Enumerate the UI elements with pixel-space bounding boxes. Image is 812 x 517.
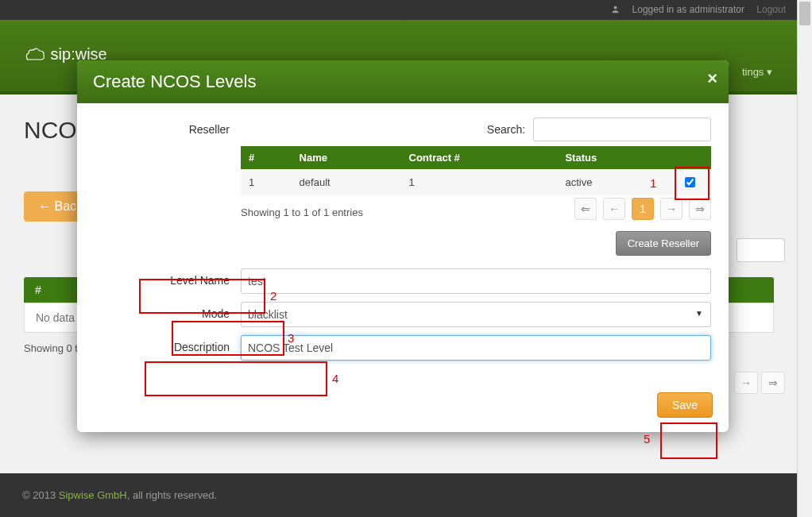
logout-link[interactable]: Logout xyxy=(756,4,786,15)
topbar: Logged in as administrator Logout xyxy=(0,0,798,20)
mode-row: Mode blacklist xyxy=(95,302,711,327)
modal-create-ncos: Create NCOS Levels × Reseller Search: # … xyxy=(77,60,729,432)
bg-pager-next[interactable]: → xyxy=(734,372,758,394)
pager: ⇐ ← 1 → ⇒ xyxy=(571,198,711,220)
description-input[interactable] xyxy=(241,335,711,361)
description-label: Description xyxy=(95,335,241,353)
nav-settings-fragment[interactable]: tings ▾ xyxy=(742,66,772,78)
modal-title: Create NCOS Levels xyxy=(93,71,256,91)
mode-select[interactable]: blacklist xyxy=(241,302,711,327)
footer-company-link[interactable]: Sipwise GmbH xyxy=(59,489,127,501)
svg-point-0 xyxy=(614,6,617,9)
modal-footer: Save xyxy=(77,383,729,432)
search-input[interactable] xyxy=(533,118,711,141)
mode-label: Mode xyxy=(95,302,241,320)
pager-prev[interactable]: ← xyxy=(603,198,625,220)
bg-pager-last[interactable]: ⇒ xyxy=(761,372,785,394)
close-icon[interactable]: × xyxy=(707,68,717,89)
description-row: Description xyxy=(95,335,711,361)
bg-search-fragment xyxy=(737,238,785,262)
th-status[interactable]: Status xyxy=(557,146,668,169)
cell-status: active xyxy=(557,169,668,195)
modal-header: Create NCOS Levels × xyxy=(77,60,729,103)
search-label: Search: xyxy=(487,123,525,136)
th-contract[interactable]: Contract # xyxy=(401,146,558,169)
pager-next[interactable]: → xyxy=(660,198,682,220)
footer-copyright: © 2013 xyxy=(22,489,59,501)
scrollbar[interactable] xyxy=(797,0,812,517)
table-row[interactable]: 1 default 1 active xyxy=(241,169,711,195)
reseller-label: Reseller xyxy=(95,118,241,136)
pager-last[interactable]: ⇒ xyxy=(689,198,711,220)
cell-num: 1 xyxy=(241,169,292,195)
search-line: Search: xyxy=(241,118,711,141)
bg-search-input[interactable] xyxy=(737,238,785,262)
level-name-input[interactable] xyxy=(241,268,711,294)
cell-contract: 1 xyxy=(401,169,558,195)
reseller-row: Reseller Search: # Name Contract # Statu… xyxy=(95,118,711,256)
logged-in-text: Logged in as administrator xyxy=(632,4,744,15)
row-select-checkbox[interactable] xyxy=(685,177,695,187)
save-button[interactable]: Save xyxy=(657,392,713,418)
level-name-row: Level Name xyxy=(95,268,711,294)
cell-name: default xyxy=(292,169,401,195)
footer: © 2013 Sipwise GmbH, all rights reserved… xyxy=(0,473,798,517)
pager-page-1[interactable]: 1 xyxy=(632,198,654,220)
th-select xyxy=(668,146,711,169)
th-name[interactable]: Name xyxy=(292,146,401,169)
reseller-table: # Name Contract # Status 1 default 1 act… xyxy=(241,146,711,195)
bg-pager-fragment: →⇒ xyxy=(731,372,785,394)
th-num[interactable]: # xyxy=(241,146,292,169)
chevron-down-icon: ▾ xyxy=(767,66,772,78)
user-icon xyxy=(611,1,620,21)
pager-first[interactable]: ⇐ xyxy=(574,198,597,220)
scrollbar-thumb[interactable] xyxy=(799,2,810,25)
create-reseller-button[interactable]: Create Reseller xyxy=(616,231,711,256)
level-name-label: Level Name xyxy=(95,268,241,287)
footer-rest: , all rights reserved. xyxy=(127,489,217,501)
